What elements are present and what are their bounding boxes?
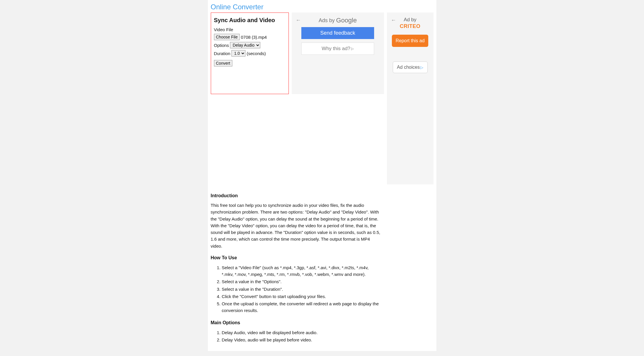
list-item: Select a value in the "Options". bbox=[222, 278, 381, 285]
main-options-list: Delay Audio, video will be displayed bef… bbox=[211, 329, 381, 344]
choose-file-button[interactable]: Choose File bbox=[214, 34, 240, 40]
list-item: Click the "Convert" button to start uplo… bbox=[222, 293, 381, 300]
list-item: Delay Video, audio will be played before… bbox=[222, 336, 381, 343]
duration-label: Duration bbox=[214, 51, 231, 56]
google-logo-text: Google bbox=[336, 17, 357, 24]
criteo-logo-text: CRITEO bbox=[390, 23, 431, 29]
ad-choices-label: Ad choices bbox=[397, 65, 420, 70]
duration-row: Duration 1.0 (seconds) bbox=[214, 50, 286, 57]
ad-google-panel: ← Ads by Google Send feedback Why this a… bbox=[292, 13, 384, 94]
list-item: Once the upload is complete, the convert… bbox=[222, 300, 381, 314]
file-label: Video File bbox=[214, 27, 233, 32]
ad-choices-button[interactable]: Ad choices▷ bbox=[393, 61, 428, 73]
report-ad-button[interactable]: Report this ad bbox=[392, 35, 428, 47]
duration-unit: (seconds) bbox=[247, 51, 266, 56]
page-stage: Online Converter Sync Audio and Video Vi… bbox=[208, 0, 436, 351]
site-title[interactable]: Online Converter bbox=[211, 3, 434, 11]
intro-body: This free tool can help you to synchroni… bbox=[211, 202, 381, 249]
why-this-ad-button[interactable]: Why this ad?▷ bbox=[301, 43, 374, 55]
duration-select[interactable]: 1.0 bbox=[231, 50, 245, 57]
why-this-ad-label: Why this ad? bbox=[322, 46, 350, 51]
adchoices-icon: ▷ bbox=[351, 47, 354, 51]
ad-google-back-icon[interactable]: ← bbox=[296, 17, 301, 23]
convert-row: Convert bbox=[214, 60, 286, 66]
options-label: Options bbox=[214, 43, 229, 48]
send-feedback-button[interactable]: Send feedback bbox=[301, 27, 374, 39]
intro-heading: Introduction bbox=[211, 193, 381, 198]
options-select[interactable]: Delay Audio bbox=[230, 42, 260, 48]
options-row: Options Delay Audio bbox=[214, 42, 286, 48]
file-picker-row: Choose File 0708 (3).mp4 bbox=[214, 34, 286, 40]
tool-title: Sync Audio and Video bbox=[214, 17, 286, 24]
howto-heading: How To Use bbox=[211, 255, 381, 260]
file-row: Video File bbox=[214, 27, 286, 32]
main-options-heading: Main Options bbox=[211, 320, 381, 325]
ad-google-head-prefix: Ads by bbox=[319, 17, 336, 23]
list-item: Delay Audio, video will be displayed bef… bbox=[222, 329, 381, 336]
list-item: Select a value in the "Duration". bbox=[222, 285, 381, 293]
ad-google-heading: Ads by Google bbox=[298, 15, 378, 27]
top-row: Sync Audio and Video Video File Choose F… bbox=[208, 13, 436, 184]
article-content: Introduction This free tool can help you… bbox=[208, 184, 384, 351]
chosen-file-name: 0708 (3).mp4 bbox=[241, 35, 267, 40]
adchoices-icon: ▷ bbox=[420, 65, 423, 70]
howto-list: Select a "Video File" (such as *.mp4, *.… bbox=[211, 264, 381, 314]
tool-panel: Sync Audio and Video Video File Choose F… bbox=[211, 13, 289, 94]
ad-criteo-back-icon[interactable]: ← bbox=[391, 17, 396, 23]
site-header: Online Converter bbox=[208, 0, 436, 13]
ad-criteo-panel: ← Ad by CRITEO Report this ad Ad choices… bbox=[387, 13, 434, 184]
convert-button[interactable]: Convert bbox=[214, 60, 232, 66]
list-item: Select a "Video File" (such as *.mp4, *.… bbox=[222, 264, 381, 278]
